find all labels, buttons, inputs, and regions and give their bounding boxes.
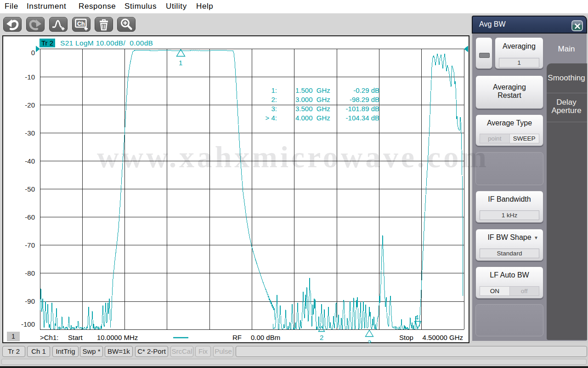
svg-text:Ch: Ch [77, 21, 85, 27]
